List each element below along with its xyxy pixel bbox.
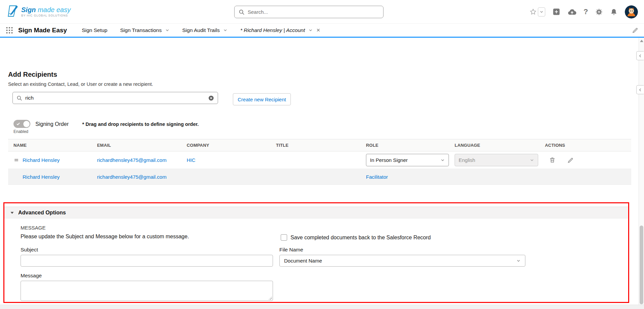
- table-row: Richard Hensley richardhensley475@gmail.…: [8, 151, 631, 169]
- column-header-company: COMPANY: [187, 143, 276, 148]
- favorites-group: [529, 7, 545, 16]
- app-launcher-icon[interactable]: [5, 26, 13, 34]
- file-name-select[interactable]: Document Name: [279, 255, 525, 267]
- app-logo: Sign made easy BY HIC GLOBAL SOLUTIONS: [6, 5, 71, 19]
- logo-text: Sign made easy BY HIC GLOBAL SOLUTIONS: [21, 6, 71, 17]
- upload-cloud-icon[interactable]: [568, 8, 577, 16]
- message-hint: Please update the Subject and Message be…: [21, 234, 189, 240]
- tab-richard-hensley-account[interactable]: * Richard Hensley | Account: [240, 27, 320, 33]
- recipient-email-link[interactable]: richardhensley475@gmail.com: [97, 174, 187, 180]
- advanced-options-title: Advanced Options: [18, 210, 66, 216]
- scrollbar-thumb[interactable]: [640, 226, 643, 304]
- help-icon[interactable]: ?: [584, 8, 588, 15]
- signing-order-toggle[interactable]: [13, 120, 30, 128]
- advanced-options-header[interactable]: Advanced Options: [4, 207, 628, 218]
- page-subtitle: Select an existing Contact, Lead, or Use…: [8, 81, 153, 87]
- column-header-role: ROLE: [366, 143, 455, 148]
- global-search[interactable]: [234, 6, 384, 18]
- message-textarea[interactable]: [21, 281, 273, 301]
- add-apps-icon[interactable]: [552, 8, 560, 16]
- message-section-heading: MESSAGE: [21, 225, 45, 231]
- delete-recipient-button[interactable]: [549, 157, 556, 164]
- column-header-email: EMAIL: [97, 143, 187, 148]
- check-icon: [16, 122, 20, 126]
- recipient-name-link[interactable]: Richard Hensley: [23, 157, 60, 163]
- search-icon: [239, 9, 245, 15]
- column-header-actions: ACTIONS: [545, 143, 631, 148]
- notifications-bell-icon[interactable]: [610, 8, 618, 16]
- clear-search-icon[interactable]: [208, 95, 214, 101]
- favorites-star-icon[interactable]: [529, 8, 537, 15]
- header-actions: ?: [529, 0, 638, 24]
- global-header: Sign made easy BY HIC GLOBAL SOLUTIONS: [0, 0, 644, 24]
- search-icon: [17, 95, 22, 101]
- recipient-company-link[interactable]: HIC: [187, 157, 276, 163]
- logo-title-secondary: made easy: [38, 6, 71, 13]
- recipient-role-text: Facilitator: [366, 174, 455, 180]
- subject-label: Subject: [21, 247, 38, 253]
- drag-handle-icon[interactable]: [13, 157, 19, 163]
- panel-toggle-bottom[interactable]: [636, 85, 644, 94]
- logo-icon: [6, 5, 18, 19]
- chevron-down-icon[interactable]: [223, 28, 227, 32]
- role-select[interactable]: In Person Signer: [366, 154, 449, 166]
- avatar[interactable]: [625, 5, 638, 19]
- table-row: Richard Hensley richardhensley475@gmail.…: [8, 169, 631, 185]
- drag-drop-note: * Drag and drop recipients to define sig…: [82, 122, 199, 127]
- close-tab-icon[interactable]: [316, 28, 320, 32]
- app-navigation-bar: Sign Made Easy Sign Setup Sign Transacti…: [0, 24, 644, 38]
- toggle-state-label: Enabled: [13, 129, 28, 134]
- horizontal-scrollbar[interactable]: [0, 305, 644, 309]
- file-name-label: File Name: [279, 247, 303, 253]
- vertical-scrollbar[interactable]: [639, 38, 644, 305]
- column-header-title: TITLE: [276, 143, 366, 148]
- toggle-knob: [23, 121, 30, 127]
- logo-subtitle: BY HIC GLOBAL SOLUTIONS: [21, 14, 71, 17]
- create-new-recipient-button[interactable]: Create new Recipient: [233, 93, 291, 105]
- chevron-down-icon: [440, 158, 445, 162]
- column-header-name: NAME: [8, 143, 97, 148]
- chevron-down-icon: [516, 259, 521, 263]
- column-header-language: LANGUAGE: [455, 143, 545, 148]
- chevron-down-icon: [530, 158, 534, 162]
- recipient-search[interactable]: [12, 92, 218, 104]
- table-header-row: NAME EMAIL COMPANY TITLE ROLE LANGUAGE A…: [8, 139, 631, 151]
- tab-sign-audit-trails[interactable]: Sign Audit Trails: [182, 27, 227, 33]
- language-select[interactable]: English: [455, 154, 538, 166]
- save-to-record-checkbox[interactable]: [281, 234, 287, 241]
- triangle-down-icon: [10, 211, 14, 215]
- recipients-table: NAME EMAIL COMPANY TITLE ROLE LANGUAGE A…: [8, 139, 631, 185]
- page-title: Add Recipients: [8, 71, 57, 78]
- chevron-down-icon[interactable]: [165, 28, 170, 32]
- favorites-dropdown-button[interactable]: [538, 7, 545, 16]
- scroll-up-icon[interactable]: [640, 40, 643, 42]
- chevron-down-icon[interactable]: [308, 28, 313, 32]
- logo-title-primary: Sign: [21, 6, 36, 13]
- tab-sign-transactions[interactable]: Sign Transactions: [120, 27, 170, 33]
- message-field-wrap: [21, 281, 273, 301]
- save-to-record-label: Save completed documents back to the Sal…: [290, 235, 431, 241]
- recipient-email-link[interactable]: richardhensley475@gmail.com: [97, 157, 187, 163]
- message-label: Message: [21, 273, 42, 279]
- recipient-search-input[interactable]: [25, 95, 205, 101]
- panel-toggle-top[interactable]: [636, 51, 644, 60]
- edit-recipient-button[interactable]: [567, 157, 574, 164]
- subject-input[interactable]: [21, 255, 273, 267]
- signing-order-label: Signing Order: [35, 121, 69, 127]
- edit-pencil-icon[interactable]: [632, 27, 639, 34]
- global-search-input[interactable]: [248, 9, 379, 15]
- recipient-name-link[interactable]: Richard Hensley: [23, 174, 60, 180]
- setup-gear-icon[interactable]: [595, 8, 603, 16]
- app-name: Sign Made Easy: [18, 27, 67, 34]
- app-window: Sign made easy BY HIC GLOBAL SOLUTIONS: [0, 0, 644, 309]
- tab-sign-setup[interactable]: Sign Setup: [82, 27, 108, 33]
- nav-tabs: Sign Setup Sign Transactions Sign Audit …: [82, 27, 320, 33]
